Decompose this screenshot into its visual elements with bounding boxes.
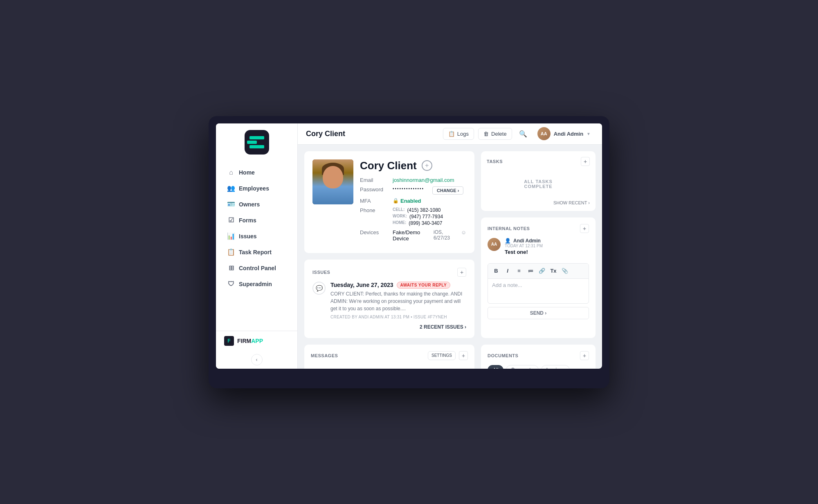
profile-add-button[interactable]: + (422, 160, 432, 171)
documents-add-button[interactable]: + (580, 351, 589, 360)
issue-text: CORY CLIENT: Perfect, thanks for making … (330, 290, 466, 312)
sidebar-navigation: ⌂ Home 👥 Employees 🪪 Owners ☑ Forms (216, 161, 297, 331)
page-body: Cory Client + Email joshinnorman@gmail.c… (298, 145, 602, 369)
logo-bar-2 (247, 141, 257, 144)
filter-payments[interactable]: Payments (506, 365, 538, 369)
collapse-section: ‹ (216, 351, 297, 369)
issue-item: 💬 Tuesday, June 27, 2023 AWAITS YOUR REP… (312, 282, 466, 319)
issue-chat-icon: 💬 (312, 282, 326, 295)
documents-title: DOCUMENTS (488, 353, 518, 358)
link-button[interactable]: 🔗 (537, 266, 547, 276)
brand-logo-icon: F (224, 336, 234, 346)
task-report-icon: 📋 (227, 249, 235, 256)
trash-icon: 🗑 (483, 131, 489, 137)
sidebar-item-control-panel[interactable]: ⊞ Control Panel (219, 260, 294, 276)
note-item: AA 👤 Andi Admin TODAY AT 12:31 PM Test o… (488, 238, 589, 255)
note-author-avatar: AA (488, 238, 501, 251)
delete-button[interactable]: 🗑 Delete (478, 128, 512, 140)
password-dots: •••••••••••••• (393, 186, 424, 191)
filter-invoices[interactable]: Invoices (541, 365, 570, 369)
issues-title: ISSUES (312, 270, 330, 275)
logo-bar-1 (249, 136, 264, 139)
lock-icon: 🔒 (393, 198, 399, 204)
tasks-complete-label: ALL TASKS COMPLETE (487, 171, 590, 197)
home-icon: ⌂ (227, 169, 235, 176)
control-panel-icon: ⊞ (227, 264, 235, 272)
clear-format-button[interactable]: Tx (548, 266, 558, 276)
sidebar-item-task-report[interactable]: 📋 Task Report (219, 244, 294, 260)
messages-settings-button[interactable]: SETTINGS (428, 351, 456, 360)
sidebar-item-employees[interactable]: 👥 Employees (219, 181, 294, 196)
internal-notes-title: INTERNAL NOTES (488, 226, 530, 231)
sidebar-item-superadmin[interactable]: 🛡 Superadmin (219, 276, 294, 292)
chevron-down-icon: ▼ (587, 132, 591, 136)
users-icon: 👥 (227, 185, 235, 192)
sidebar-item-home[interactable]: ⌂ Home (219, 165, 294, 180)
sidebar-item-forms[interactable]: ☑ Forms (219, 213, 294, 228)
collapse-button[interactable]: ‹ (251, 354, 263, 365)
top-bar-actions: 📋 Logs 🗑 Delete 🔍 AA Andi Admin (443, 125, 594, 142)
filter-all[interactable]: All (488, 365, 503, 369)
logo-area (216, 123, 297, 161)
mfa-field: MFA 🔒 Enabled (360, 198, 466, 204)
tasks-card: TASKS + ALL TASKS COMPLETE SHOW RECENT › (481, 151, 596, 211)
sidebar-item-owners[interactable]: 🪪 Owners (219, 197, 294, 212)
note-text: Test one! (505, 249, 589, 255)
italic-button[interactable]: I (503, 266, 512, 276)
email-link[interactable]: joshinnorman@gmail.com (393, 177, 454, 183)
tasks-title: TASKS (487, 159, 503, 164)
issues-card: ISSUES + 💬 Tuesday, June 27, 2023 AWAITS… (304, 260, 474, 338)
send-button[interactable]: SEND › (488, 307, 589, 319)
note-editor: B I ≡ ≔ 🔗 Tx 📎 Add a note... (488, 263, 589, 304)
tasks-add-button[interactable]: + (581, 157, 590, 166)
search-button[interactable]: 🔍 (516, 127, 530, 141)
profile-card: Cory Client + Email joshinnorman@gmail.c… (304, 151, 474, 253)
devices-field: Devices Fake/Demo Device iOS, 6/27/23 ☺ (360, 229, 466, 242)
internal-notes-card: INTERNAL NOTES + AA 👤 Andi Admin (481, 217, 596, 338)
email-field: Email joshinnorman@gmail.com (360, 177, 466, 183)
user-name: Andi Admin (554, 131, 583, 137)
laptop-notch (384, 369, 434, 372)
notes-add-button[interactable]: + (580, 224, 589, 233)
sidebar: ⌂ Home 👥 Employees 🪪 Owners ☑ Forms (216, 123, 298, 369)
brand-label: FIRMAPP (237, 338, 263, 344)
attachment-button[interactable]: 📎 (560, 266, 570, 276)
profile-photo (312, 159, 353, 204)
issue-date: Tuesday, June 27, 2023 (330, 282, 393, 288)
messages-title: MESSAGES (311, 353, 338, 358)
messages-add-button[interactable]: + (459, 351, 468, 360)
bullet-list-button[interactable]: ≡ (514, 266, 524, 276)
app-logo (245, 130, 269, 155)
device-menu-icon[interactable]: ☺ (461, 229, 466, 235)
profile-header: Cory Client + Email joshinnorman@gmail.c… (312, 159, 466, 245)
top-bar: Cory Client 📋 Logs 🗑 Delete 🔍 (298, 123, 602, 145)
note-person-icon: 👤 (505, 238, 511, 244)
device-info: iOS, 6/27/23 (434, 229, 454, 241)
issues-icon: 📊 (227, 233, 235, 240)
bold-button[interactable]: B (491, 266, 501, 276)
logs-button[interactable]: 📋 Logs (443, 128, 474, 140)
change-password-button[interactable]: CHANGE › (432, 186, 463, 195)
phone-lines: CELL: (415) 382-1080 WORK: (947) 777-793… (393, 207, 443, 226)
numbered-list-button[interactable]: ≔ (526, 266, 535, 276)
note-input[interactable]: Add a note... (488, 279, 589, 303)
document-filters: All Payments Invoices Taxes Contracts (488, 365, 589, 369)
awaits-badge: AWAITS YOUR REPLY (397, 282, 451, 289)
main-content: Cory Client 📋 Logs 🗑 Delete 🔍 (298, 123, 602, 369)
user-menu[interactable]: AA Andi Admin ▼ (534, 125, 594, 142)
logs-icon: 📋 (448, 131, 455, 137)
forms-icon: ☑ (227, 217, 235, 224)
profile-info: Cory Client + Email joshinnorman@gmail.c… (360, 159, 466, 245)
superadmin-icon: 🛡 (227, 280, 235, 288)
messages-card: MESSAGES SETTINGS + (304, 345, 474, 369)
show-recent-button[interactable]: SHOW RECENT › (487, 200, 590, 205)
right-panel: TASKS + ALL TASKS COMPLETE SHOW RECENT › (481, 151, 596, 338)
user-avatar: AA (537, 127, 551, 140)
sidebar-item-issues[interactable]: 📊 Issues (219, 228, 294, 244)
mfa-status: 🔒 Enabled (393, 198, 421, 204)
recent-issues-link[interactable]: 2 RECENT ISSUES › (312, 324, 466, 330)
issues-add-button[interactable]: + (457, 268, 466, 277)
id-card-icon: 🪪 (227, 201, 235, 208)
phone-field: Phone CELL: (415) 382-1080 WORK: (360, 207, 466, 226)
brand-area: F FIRMAPP (216, 331, 297, 351)
